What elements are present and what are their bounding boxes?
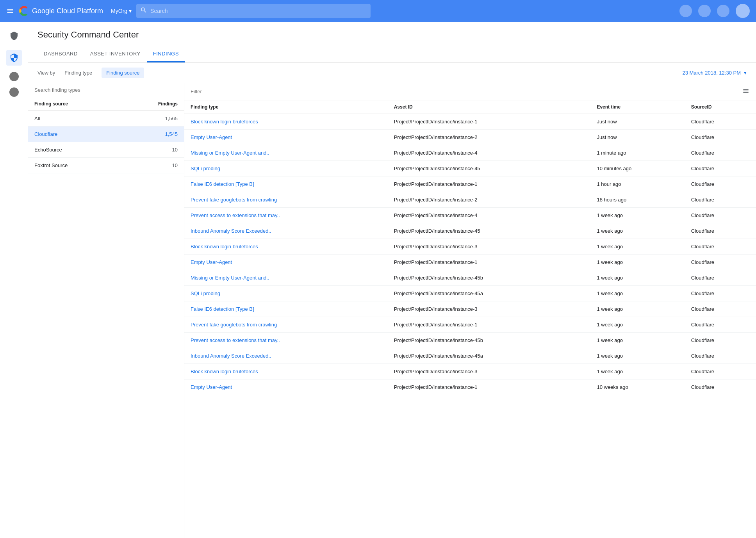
date-filter-label: 23 March 2018, 12:30 PM xyxy=(682,70,741,76)
org-selector[interactable]: MyOrg ▾ xyxy=(111,8,132,14)
tab-findings[interactable]: FINDINGS xyxy=(147,46,185,62)
finding-type-cell[interactable]: Prevent access to extensions that may.. xyxy=(184,208,388,223)
sidebar-icon-shield[interactable] xyxy=(6,28,22,44)
finding-type-cell[interactable]: Block known login bruteforces xyxy=(184,114,388,130)
source-row-cloudflare[interactable]: Cloudflare 1,545 xyxy=(28,126,184,142)
source-id-cell: Cloudflare xyxy=(685,333,756,348)
finding-type-cell[interactable]: Prevent access to extensions that may.. xyxy=(184,333,388,348)
source-row-echosource[interactable]: EchoSource 10 xyxy=(28,142,184,158)
finding-type-cell[interactable]: Empty User-Agent xyxy=(184,255,388,270)
sidebar xyxy=(0,22,28,538)
finding-type-cell[interactable]: False IE6 detection [Type B] xyxy=(184,301,388,317)
asset-id-cell: Project/ProjectID/Instance/instance-45 xyxy=(388,161,591,176)
table-row[interactable]: Prevent access to extensions that may.. … xyxy=(184,208,756,223)
event-time-cell: 1 week ago xyxy=(590,239,685,255)
source-id-cell: Cloudflare xyxy=(685,130,756,145)
sidebar-dot-2[interactable] xyxy=(9,87,19,97)
view-by-finding-source[interactable]: Finding source xyxy=(102,68,144,78)
tabs: DASHBOARD ASSET INVENTORY FINDINGS xyxy=(37,46,747,62)
search-input[interactable] xyxy=(136,4,371,18)
user-avatar[interactable] xyxy=(736,4,750,18)
table-row[interactable]: False IE6 detection [Type B] Project/Pro… xyxy=(184,301,756,317)
table-row[interactable]: Empty User-Agent Project/ProjectID/Insta… xyxy=(184,379,756,395)
source-id-cell: Cloudflare xyxy=(685,208,756,223)
event-time-cell: 18 hours ago xyxy=(590,192,685,208)
asset-id-cell: Project/ProjectID/Instance/instance-4 xyxy=(388,208,591,223)
app-logo: Google Cloud Platform xyxy=(19,5,103,16)
asset-id-cell: Project/ProjectID/Instance/instance-3 xyxy=(388,239,591,255)
finding-type-cell[interactable]: SQLi probing xyxy=(184,286,388,301)
finding-type-cell[interactable]: Inbound Anomaly Score Exceeded.. xyxy=(184,223,388,239)
table-row[interactable]: Empty User-Agent Project/ProjectID/Insta… xyxy=(184,255,756,270)
logo-text: Google Cloud Platform xyxy=(32,7,103,15)
table-row[interactable]: SQLi probing Project/ProjectID/Instance/… xyxy=(184,161,756,176)
table-row[interactable]: SQLi probing Project/ProjectID/Instance/… xyxy=(184,286,756,301)
source-row-foxtrot[interactable]: Foxtrot Source 10 xyxy=(28,158,184,173)
source-id-cell: Cloudflare xyxy=(685,223,756,239)
table-row[interactable]: Block known login bruteforces Project/Pr… xyxy=(184,239,756,255)
finding-type-cell[interactable]: Inbound Anomaly Score Exceeded.. xyxy=(184,348,388,364)
search-finding-types-input[interactable] xyxy=(34,87,178,93)
view-by-bar: View by Finding type Finding source 23 M… xyxy=(28,63,756,83)
table-row[interactable]: Block known login bruteforces Project/Pr… xyxy=(184,114,756,130)
table-row[interactable]: Inbound Anomaly Score Exceeded.. Project… xyxy=(184,223,756,239)
col-asset-id: Asset ID xyxy=(388,100,591,114)
event-time-cell: 1 week ago xyxy=(590,223,685,239)
tab-asset-inventory[interactable]: ASSET INVENTORY xyxy=(84,46,147,62)
col-source-id: SourceID xyxy=(685,100,756,114)
finding-type-cell[interactable]: Prevent fake googlebots from crawling xyxy=(184,317,388,333)
hamburger-menu[interactable] xyxy=(6,7,14,15)
table-row[interactable]: Missing or Empty User-Agent and.. Projec… xyxy=(184,270,756,286)
view-by-finding-type[interactable]: Finding type xyxy=(60,68,97,78)
search-bar[interactable] xyxy=(136,4,371,18)
asset-id-cell: Project/ProjectID/Instance/instance-2 xyxy=(388,130,591,145)
table-row[interactable]: Prevent fake googlebots from crawling Pr… xyxy=(184,192,756,208)
source-table: Finding source Findings All 1,565 Cloudf… xyxy=(28,97,184,538)
event-time-cell: 1 week ago xyxy=(590,286,685,301)
source-count-all: 1,565 xyxy=(154,116,178,121)
sidebar-icon-security[interactable] xyxy=(6,50,22,66)
finding-type-cell[interactable]: False IE6 detection [Type B] xyxy=(184,176,388,192)
columns-icon[interactable] xyxy=(742,87,750,96)
finding-type-cell[interactable]: Missing or Empty User-Agent and.. xyxy=(184,145,388,161)
table-row[interactable]: Block known login bruteforces Project/Pr… xyxy=(184,364,756,379)
finding-type-cell[interactable]: Empty User-Agent xyxy=(184,130,388,145)
tab-dashboard[interactable]: DASHBOARD xyxy=(37,46,84,62)
nav-icon-1[interactable] xyxy=(679,5,692,17)
table-row[interactable]: Prevent fake googlebots from crawling Pr… xyxy=(184,317,756,333)
filter-input[interactable] xyxy=(191,89,737,94)
event-time-cell: Just now xyxy=(590,114,685,130)
table-row[interactable]: Inbound Anomaly Score Exceeded.. Project… xyxy=(184,348,756,364)
table-row[interactable]: Prevent access to extensions that may.. … xyxy=(184,333,756,348)
sidebar-dot-1[interactable] xyxy=(9,72,19,81)
source-row-all[interactable]: All 1,565 xyxy=(28,111,184,126)
split-view: Finding source Findings All 1,565 Cloudf… xyxy=(28,83,756,538)
finding-type-cell[interactable]: Prevent fake googlebots from crawling xyxy=(184,192,388,208)
source-table-header: Finding source Findings xyxy=(28,97,184,111)
date-filter-dropdown-icon: ▾ xyxy=(744,70,747,76)
event-time-cell: 1 hour ago xyxy=(590,176,685,192)
org-name: MyOrg xyxy=(111,8,127,14)
source-id-cell: Cloudflare xyxy=(685,192,756,208)
asset-id-cell: Project/ProjectID/Instance/instance-1 xyxy=(388,255,591,270)
finding-type-cell[interactable]: Missing or Empty User-Agent and.. xyxy=(184,270,388,286)
asset-id-cell: Project/ProjectID/Instance/instance-1 xyxy=(388,379,591,395)
finding-type-cell[interactable]: Empty User-Agent xyxy=(184,379,388,395)
nav-icon-3[interactable] xyxy=(717,5,729,17)
table-row[interactable]: Missing or Empty User-Agent and.. Projec… xyxy=(184,145,756,161)
date-filter[interactable]: 23 March 2018, 12:30 PM ▾ xyxy=(682,70,747,76)
finding-type-cell[interactable]: SQLi probing xyxy=(184,161,388,176)
source-id-cell: Cloudflare xyxy=(685,286,756,301)
source-id-cell: Cloudflare xyxy=(685,239,756,255)
finding-type-cell[interactable]: Block known login bruteforces xyxy=(184,239,388,255)
table-row[interactable]: False IE6 detection [Type B] Project/Pro… xyxy=(184,176,756,192)
nav-icon-2[interactable] xyxy=(698,5,711,17)
table-row[interactable]: Empty User-Agent Project/ProjectID/Insta… xyxy=(184,130,756,145)
event-time-cell: 1 week ago xyxy=(590,364,685,379)
event-time-cell: 1 week ago xyxy=(590,317,685,333)
search-finding-types[interactable] xyxy=(28,83,184,97)
event-time-cell: 1 week ago xyxy=(590,301,685,317)
asset-id-cell: Project/ProjectID/Instance/instance-45a xyxy=(388,286,591,301)
nav-icons xyxy=(679,4,750,18)
finding-type-cell[interactable]: Block known login bruteforces xyxy=(184,364,388,379)
